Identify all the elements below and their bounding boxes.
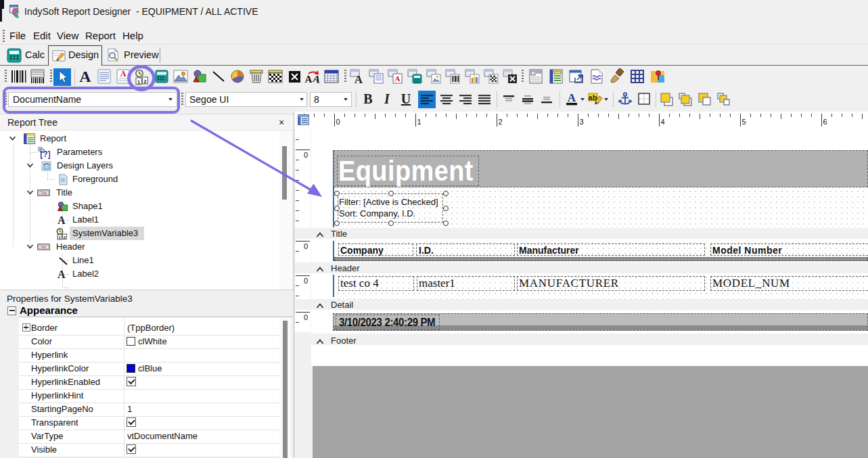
svg-text:Hdr: Hdr xyxy=(41,245,46,249)
svg-text:A: A xyxy=(568,91,576,104)
svg-text:A: A xyxy=(355,73,363,85)
svg-text:A: A xyxy=(395,74,401,83)
svg-text:ab: ab xyxy=(589,93,597,101)
